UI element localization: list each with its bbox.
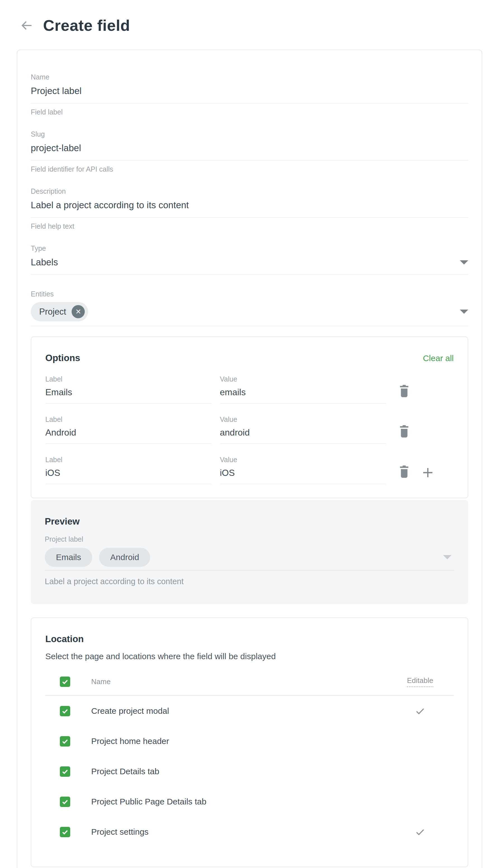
location-row: Project settings (45, 817, 454, 847)
description-helper: Field help text (31, 222, 468, 230)
location-section: Location Select the page and locations w… (31, 618, 468, 867)
location-heading: Location (45, 634, 454, 644)
option-row-actions (394, 415, 454, 444)
column-header-editable[interactable]: Editable (407, 676, 433, 687)
arrow-left-icon (20, 19, 34, 33)
check-icon (414, 826, 426, 838)
check-icon (61, 828, 69, 836)
option-value-caption: Value (220, 415, 386, 424)
option-value-caption: Value (220, 375, 386, 383)
trash-icon (399, 425, 410, 438)
entity-chip-label: Project (39, 307, 66, 317)
option-label-input[interactable]: iOS (45, 468, 211, 484)
preview-helper: Label a project according to its content (45, 577, 454, 586)
check-icon (61, 768, 69, 775)
location-rows: Create project modal (45, 696, 454, 847)
name-helper: Field label (31, 108, 468, 116)
option-label-input[interactable]: Android (45, 427, 211, 444)
location-row-name: Project settings (91, 827, 387, 837)
description-input[interactable]: Label a project according to its content (31, 200, 468, 218)
name-input[interactable]: Project label (31, 86, 468, 104)
options-section: Options Clear all Label Emails Value ema… (31, 336, 468, 498)
slug-label: Slug (31, 130, 468, 138)
preview-chip: Android (99, 548, 150, 567)
create-field-card: Name Project label Field label Slug proj… (17, 49, 482, 868)
preview-field-label: Project label (45, 535, 454, 543)
option-value-cell: Value android (220, 415, 386, 444)
entities-field: Entities Project ✕ (31, 290, 468, 326)
option-value-caption: Value (220, 456, 386, 464)
option-value-input[interactable]: android (220, 427, 386, 444)
slug-input[interactable]: project-label (31, 143, 468, 160)
preview-section: Preview Project label EmailsAndroid Labe… (31, 500, 468, 604)
location-row-checkbox[interactable] (60, 736, 70, 747)
location-row-name: Project Public Page Details tab (91, 797, 387, 806)
check-icon (414, 705, 426, 717)
check-icon (61, 738, 69, 745)
option-row-actions (394, 375, 454, 404)
description-field: Description Label a project according to… (31, 187, 468, 230)
delete-option-button[interactable] (399, 384, 410, 397)
entities-select[interactable]: Project ✕ (31, 302, 468, 326)
slug-helper: Field identifier for API calls (31, 165, 468, 173)
option-label-cell: Label Android (45, 415, 211, 444)
name-field: Name Project label Field label (31, 73, 468, 116)
type-label: Type (31, 245, 468, 252)
location-row: Project home header (45, 726, 454, 756)
location-row-name: Project Details tab (91, 767, 387, 776)
entity-chip: Project ✕ (31, 302, 88, 321)
preview-chips: EmailsAndroid (45, 548, 150, 567)
option-label-input[interactable]: Emails (45, 387, 211, 404)
check-icon (61, 708, 69, 715)
location-row-name: Project home header (91, 736, 387, 746)
type-select[interactable]: Labels (31, 257, 468, 275)
location-subtitle: Select the page and locations where the … (45, 652, 454, 661)
type-selected-value: Labels (31, 257, 58, 267)
location-row: Project Details tab (45, 756, 454, 786)
location-row-checkbox[interactable] (60, 797, 70, 807)
slug-field: Slug project-label Field identifier for … (31, 130, 468, 173)
preview-chip: Emails (45, 548, 92, 567)
options-rows: Label Emails Value emails (45, 375, 454, 484)
check-icon (61, 798, 69, 806)
add-option-button[interactable] (421, 465, 434, 479)
location-row-checkbox[interactable] (60, 766, 70, 777)
location-table: Name Editable Create project mod (45, 676, 454, 847)
option-value-input[interactable]: emails (220, 387, 386, 404)
caret-down-icon (460, 260, 468, 264)
delete-option-button[interactable] (399, 465, 410, 478)
option-label-cell: Label iOS (45, 456, 211, 484)
preview-chips-row: EmailsAndroid (45, 548, 454, 571)
option-row: Label iOS Value iOS (45, 456, 454, 484)
option-value-cell: Value iOS (220, 456, 386, 484)
remove-entity-button[interactable]: ✕ (72, 305, 85, 318)
location-row: Create project modal (45, 696, 454, 726)
option-value-cell: Value emails (220, 375, 386, 404)
option-label-caption: Label (45, 415, 211, 424)
caret-down-icon (460, 310, 468, 314)
description-label: Description (31, 187, 468, 195)
delete-option-button[interactable] (399, 425, 410, 438)
location-row-checkbox[interactable] (60, 706, 70, 716)
location-row-name: Create project modal (91, 706, 387, 716)
check-icon (61, 678, 69, 686)
option-label-cell: Label Emails (45, 375, 211, 404)
caret-down-icon (443, 555, 451, 559)
trash-icon (399, 465, 410, 478)
trash-icon (399, 384, 410, 397)
name-label: Name (31, 73, 468, 81)
entities-label: Entities (31, 290, 468, 298)
page-title: Create field (43, 16, 130, 34)
option-row: Label Android Value android (45, 415, 454, 444)
option-value-input[interactable]: iOS (220, 468, 386, 484)
create-field-page: Create field Name Project label Field la… (0, 0, 499, 868)
column-header-name: Name (91, 677, 387, 686)
options-heading: Options (45, 353, 80, 363)
editable-status (414, 705, 426, 717)
clear-all-button[interactable]: Clear all (423, 354, 454, 363)
location-row-checkbox[interactable] (60, 827, 70, 837)
back-button[interactable] (19, 17, 35, 33)
type-field: Type Labels (31, 245, 468, 275)
option-row: Label Emails Value emails (45, 375, 454, 404)
select-all-checkbox[interactable] (60, 677, 70, 687)
